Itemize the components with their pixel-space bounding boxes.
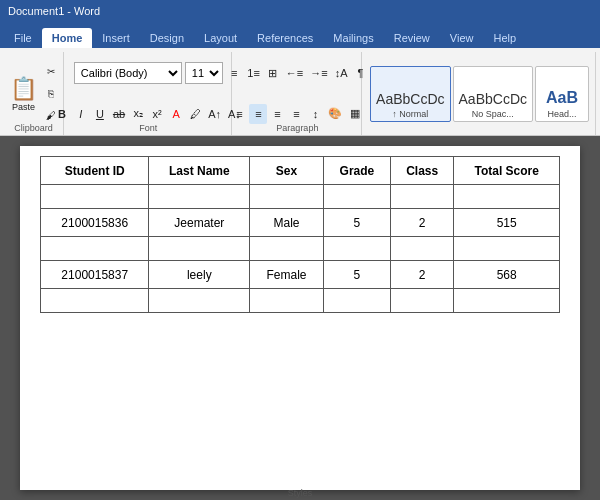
cell-empty: [390, 185, 454, 209]
tab-design[interactable]: Design: [140, 28, 194, 48]
table-row: [41, 289, 560, 313]
cell-grade: 5: [323, 209, 390, 237]
tab-help[interactable]: Help: [483, 28, 526, 48]
col-sex: Sex: [250, 157, 324, 185]
paste-button[interactable]: 📋 Paste: [7, 69, 40, 119]
cell-class: 2: [390, 261, 454, 289]
cell-empty: [41, 237, 149, 261]
font-row1: Calibri (Body) 11: [74, 54, 223, 93]
cell-class: 2: [390, 209, 454, 237]
cell-empty: [250, 237, 324, 261]
cell-total-score: 515: [454, 209, 560, 237]
align-center-button[interactable]: ≡: [249, 104, 267, 124]
document-area: Student ID Last Name Sex Grade Class Tot…: [0, 136, 600, 500]
style-heading-label: Head...: [547, 109, 576, 119]
paste-icon: 📋: [10, 76, 37, 102]
cell-empty: [250, 289, 324, 313]
ribbon: 📋 Paste ✂ ⎘ 🖌 Clipboard Calibri (Body) 1…: [0, 48, 600, 136]
title-text: Document1 - Word: [8, 5, 100, 17]
decrease-indent-button[interactable]: ←≡: [283, 63, 306, 83]
style-nospace-sample: AaBbCcDc: [459, 91, 527, 107]
justify-button[interactable]: ≡: [287, 104, 305, 124]
multilevel-list-button[interactable]: ⊞: [264, 63, 282, 83]
cell-empty: [454, 289, 560, 313]
italic-button[interactable]: I: [72, 104, 90, 124]
data-table: Student ID Last Name Sex Grade Class Tot…: [40, 156, 560, 313]
col-student-id: Student ID: [41, 157, 149, 185]
table-row: 2100015836 Jeemater Male 5 2 515: [41, 209, 560, 237]
line-spacing-button[interactable]: ↕: [306, 104, 324, 124]
tab-view[interactable]: View: [440, 28, 484, 48]
cell-empty: [149, 185, 250, 209]
bold-button[interactable]: B: [53, 104, 71, 124]
style-no-spacing[interactable]: AaBbCcDc No Spac...: [453, 66, 533, 122]
cell-empty: [323, 289, 390, 313]
superscript-button[interactable]: x²: [148, 104, 166, 124]
col-class: Class: [390, 157, 454, 185]
strikethrough-button[interactable]: ab: [110, 104, 128, 124]
table-row: [41, 237, 560, 261]
cell-empty: [454, 237, 560, 261]
style-normal-label: ↑ Normal: [392, 109, 428, 119]
cell-empty: [41, 289, 149, 313]
cell-student-id: 2100015836: [41, 209, 149, 237]
cell-grade: 5: [323, 261, 390, 289]
tab-references[interactable]: References: [247, 28, 323, 48]
style-normal[interactable]: AaBbCcDc ↑ Normal: [370, 66, 450, 122]
cell-sex: Female: [250, 261, 324, 289]
paragraph-row1: ≡ 1≡ ⊞ ←≡ →≡ ↕A ¶: [225, 54, 369, 93]
numbering-button[interactable]: 1≡: [244, 63, 263, 83]
paragraph-label: Paragraph: [234, 123, 361, 133]
style-normal-sample: AaBbCcDc: [376, 91, 444, 107]
font-label: Font: [66, 123, 231, 133]
paragraph-group: ≡ 1≡ ⊞ ←≡ →≡ ↕A ¶ ≡ ≡ ≡ ≡ ↕ 🎨 ▦ Paragrap…: [234, 52, 362, 135]
table-row: 2100015837 leely Female 5 2 568: [41, 261, 560, 289]
cell-empty: [390, 289, 454, 313]
tab-home[interactable]: Home: [42, 28, 93, 48]
col-total-score: Total Score: [454, 157, 560, 185]
styles-label: Styles: [0, 488, 600, 498]
cell-total-score: 568: [454, 261, 560, 289]
style-heading[interactable]: AaB Head...: [535, 66, 589, 122]
font-size-select[interactable]: 11: [185, 62, 223, 84]
font-group: Calibri (Body) 11 B I U ab x₂ x² A 🖊 A↑ …: [66, 52, 232, 135]
table-header-row: Student ID Last Name Sex Grade Class Tot…: [41, 157, 560, 185]
cell-empty: [323, 185, 390, 209]
col-last-name: Last Name: [149, 157, 250, 185]
cell-student-id: 2100015837: [41, 261, 149, 289]
border-button[interactable]: ▦: [346, 104, 364, 124]
bullets-button[interactable]: ≡: [225, 63, 243, 83]
sort-button[interactable]: ↕A: [332, 63, 351, 83]
cell-empty: [149, 289, 250, 313]
cell-empty: [323, 237, 390, 261]
cell-empty: [41, 185, 149, 209]
cell-sex: Male: [250, 209, 324, 237]
font-color-button[interactable]: A: [167, 104, 185, 124]
align-right-button[interactable]: ≡: [268, 104, 286, 124]
font-size-grow-button[interactable]: A↑: [205, 104, 224, 124]
highlight-button[interactable]: 🖊: [186, 104, 204, 124]
style-nospace-label: No Spac...: [472, 109, 514, 119]
font-name-select[interactable]: Calibri (Body): [74, 62, 182, 84]
underline-button[interactable]: U: [91, 104, 109, 124]
increase-indent-button[interactable]: →≡: [307, 63, 330, 83]
tab-file[interactable]: File: [4, 28, 42, 48]
styles-group: AaBbCcDc ↑ Normal AaBbCcDc No Spac... Aa…: [364, 52, 596, 135]
align-left-button[interactable]: ≡: [230, 104, 248, 124]
cell-last-name: leely: [149, 261, 250, 289]
table-row: [41, 185, 560, 209]
paste-label: Paste: [12, 102, 35, 112]
show-marks-button[interactable]: ¶: [352, 63, 370, 83]
tab-insert[interactable]: Insert: [92, 28, 140, 48]
tab-layout[interactable]: Layout: [194, 28, 247, 48]
shading-button[interactable]: 🎨: [325, 104, 345, 124]
cell-empty: [250, 185, 324, 209]
cell-empty: [390, 237, 454, 261]
cell-empty: [454, 185, 560, 209]
cell-last-name: Jeemater: [149, 209, 250, 237]
page: Student ID Last Name Sex Grade Class Tot…: [20, 146, 580, 490]
cut-button[interactable]: ✂: [42, 62, 60, 82]
subscript-button[interactable]: x₂: [129, 104, 147, 124]
tab-review[interactable]: Review: [384, 28, 440, 48]
tab-mailings[interactable]: Mailings: [323, 28, 383, 48]
